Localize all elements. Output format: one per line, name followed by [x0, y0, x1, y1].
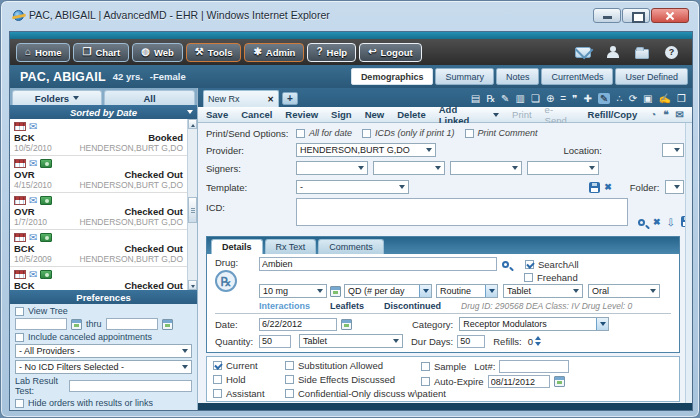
icd-filters-dropdown[interactable]: - No ICD Filters Selected - — [15, 360, 192, 374]
add-tab-button[interactable]: + — [282, 92, 298, 105]
drug-search-icon[interactable] — [502, 261, 509, 268]
patient-kiosk-icon[interactable] — [607, 46, 619, 58]
review-button[interactable]: Review — [285, 109, 318, 120]
quantity-input[interactable] — [259, 335, 291, 348]
document-icon[interactable]: ❏ — [531, 93, 540, 104]
refills-stepper[interactable] — [535, 336, 541, 346]
list-item[interactable]: ✉ OVR Checked Out 4/15/2010 HENDERSON,BU… — [10, 156, 197, 193]
category-dropdown[interactable]: Receptor Modulators — [459, 317, 609, 331]
include-canceled-checkbox[interactable] — [15, 333, 24, 342]
drug-input[interactable] — [259, 257, 497, 271]
frequency-dropdown[interactable]: QD (# per day — [344, 284, 432, 298]
leaflets-link[interactable]: Leaflets — [330, 301, 364, 311]
tab-rx-text[interactable]: Rx Text — [265, 239, 317, 254]
nav-web[interactable]: ◍ Web — [132, 43, 183, 62]
preferences-header[interactable]: Preferences — [10, 290, 197, 304]
bar-chart-icon[interactable]: ▥ — [516, 93, 525, 104]
form-dropdown[interactable]: Tablet — [503, 284, 583, 298]
nav-chart[interactable]: ❐ Chart — [73, 43, 129, 62]
syringe-icon[interactable]: ✚ — [584, 93, 592, 104]
signer-dropdown-4[interactable] — [527, 161, 599, 175]
fullscreen-icon[interactable]: ❒ — [677, 93, 686, 104]
template-dropdown[interactable]: - — [296, 180, 409, 194]
scroll-down-icon[interactable] — [188, 280, 197, 290]
sign-button[interactable]: Sign — [331, 109, 352, 120]
mail-icon[interactable]: ✉ — [676, 109, 684, 120]
quantity-unit-dropdown[interactable]: Tablet — [299, 334, 403, 348]
hide-orders-checkbox[interactable] — [15, 399, 24, 408]
pencil-icon[interactable]: ✎ — [501, 93, 509, 104]
sidebar-tab-all[interactable]: All — [104, 90, 195, 105]
tab-comments[interactable]: Comments — [318, 239, 384, 254]
list-item[interactable]: ✉ BCK Checked Out 10/5/2009 HENDERSON,BU… — [10, 230, 197, 267]
lot-input[interactable] — [499, 360, 569, 373]
comment-bubble-icon[interactable]: ❝ — [663, 109, 668, 120]
dose-schedule-icon[interactable] — [330, 286, 341, 297]
auto-expire-checkbox[interactable] — [421, 377, 430, 386]
calendar-icon[interactable] — [162, 319, 173, 330]
mail-icon[interactable] — [575, 47, 591, 58]
lab-result-input[interactable] — [69, 380, 192, 392]
calendar-icon[interactable] — [554, 376, 565, 387]
side-effects-checkbox[interactable] — [285, 375, 294, 384]
date-from-input[interactable] — [15, 318, 67, 330]
clear-icd-icon[interactable]: ✖ — [653, 217, 661, 227]
view-tree-checkbox[interactable] — [15, 307, 24, 316]
icds-checkbox[interactable] — [362, 129, 371, 138]
rx-pad-icon[interactable]: ℞ — [486, 93, 495, 104]
dose-dropdown[interactable]: 10 mg — [259, 284, 327, 298]
edit-rx-icon[interactable]: ✎ — [598, 93, 610, 104]
save-button[interactable]: Save — [206, 109, 228, 120]
refill-copy-button[interactable]: Refill/Copy — [588, 109, 638, 120]
route-dropdown[interactable]: Oral — [588, 284, 660, 298]
freehand-checkbox[interactable] — [524, 273, 533, 282]
list-item[interactable]: ✉ BCK Booked 10/5/2010 HENDERSON,BURT G,… — [10, 119, 197, 156]
close-button[interactable] — [651, 8, 689, 23]
all-for-date-checkbox[interactable] — [296, 129, 305, 138]
tab-currentmeds[interactable]: CurrentMeds — [541, 68, 613, 85]
signer-dropdown-1[interactable] — [296, 161, 368, 175]
question-icon[interactable]: ? — [665, 46, 678, 59]
maximize-button[interactable] — [622, 8, 650, 23]
tab-notes[interactable]: Notes — [496, 68, 540, 85]
tab-user-defined[interactable]: User Defined — [615, 68, 688, 85]
assistant-checkbox[interactable] — [213, 389, 222, 398]
confidential-checkbox[interactable] — [285, 389, 294, 398]
comment-icon[interactable]: ❞ — [572, 93, 577, 104]
signer-dropdown-3[interactable] — [450, 161, 522, 175]
growth-chart-icon[interactable]: ∴ — [616, 93, 622, 104]
sidebar-scrollbar[interactable] — [187, 119, 197, 290]
signer-dropdown-2[interactable] — [373, 161, 445, 175]
tab-summary[interactable]: Summary — [435, 68, 494, 85]
date-input[interactable] — [259, 318, 337, 331]
auto-expire-input[interactable] — [488, 375, 550, 388]
discontinued-link[interactable]: Discontinued — [384, 301, 441, 311]
hold-checkbox[interactable] — [213, 375, 222, 384]
icd-input[interactable] — [296, 198, 628, 226]
cancel-button[interactable]: Cancel — [241, 109, 272, 120]
scroll-thumb[interactable] — [188, 197, 197, 223]
nav-tools[interactable]: ⚒ Tools — [186, 43, 242, 62]
history-icon[interactable]: ◔ — [650, 109, 656, 120]
substitution-checkbox[interactable] — [285, 361, 294, 370]
nav-admin[interactable]: ✱ Admin — [244, 43, 304, 62]
nav-home[interactable]: ⌂ Home — [16, 43, 70, 62]
sign-note-icon[interactable]: ✍ — [659, 93, 671, 104]
search-icon[interactable] — [638, 219, 645, 226]
providers-dropdown[interactable]: - All Providers - — [15, 344, 192, 358]
tasks-icon[interactable]: ▤ — [471, 93, 480, 104]
print-comment-checkbox[interactable] — [465, 129, 474, 138]
close-tab-icon[interactable]: ✕ — [267, 95, 274, 104]
save-template-icon[interactable] — [589, 182, 600, 193]
provider-dropdown[interactable]: HENDERSON,BURT G,DO — [296, 143, 436, 157]
list-icon[interactable]: = — [560, 93, 566, 104]
delete-button[interactable]: Delete — [397, 109, 426, 120]
upload-icon[interactable]: ⊕ — [546, 93, 554, 104]
nav-logout[interactable]: ↩ Logout — [359, 43, 422, 62]
print-icon[interactable]: ▣ — [643, 93, 652, 104]
list-item[interactable]: ✉ BCK Checked Out 10/24/2008 HENDERSON,B… — [10, 267, 197, 290]
tab-new-rx[interactable]: New Rx ✕ — [203, 90, 279, 107]
folder-dropdown[interactable] — [665, 180, 684, 194]
tab-demographics[interactable]: Demographics — [351, 68, 434, 85]
list-item[interactable]: ✉ OVR Checked Out 1/7/2010 HENDERSON,BUR… — [10, 193, 197, 230]
